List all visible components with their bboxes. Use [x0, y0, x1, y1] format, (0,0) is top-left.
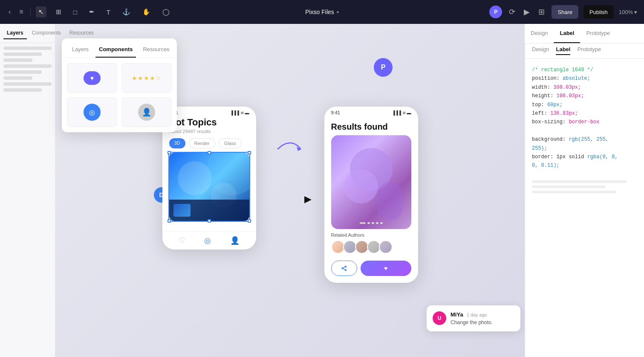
cursor-icon: ▶ [304, 194, 312, 205]
component-stars[interactable]: ★★★★☆ [121, 63, 172, 93]
zoom-chevron: ▾ [634, 9, 637, 15]
left-sidebar: Layers Components Resources [0, 24, 55, 357]
dot-2 [367, 222, 370, 224]
sidebar-tab-layers[interactable]: Layers [3, 27, 27, 39]
layer-item[interactable] [3, 88, 42, 92]
layer-item[interactable] [3, 70, 42, 74]
floating-tab-components[interactable]: Components [95, 44, 136, 58]
zoom-indicator[interactable]: 100% ▾ [619, 9, 637, 15]
user-p-avatar: P [374, 58, 393, 77]
selection-handle-tm [208, 151, 211, 154]
layer-item[interactable] [3, 52, 42, 56]
related-authors-section: Related Authors [324, 232, 418, 257]
secondary-tab-design[interactable]: Design [532, 44, 549, 55]
phone-mockup-2: 9:41 ▐▐▐ ≋ ▬ Results found [324, 107, 418, 283]
code-top: top: 60px; [532, 101, 637, 109]
shape-tool[interactable]: □ [71, 7, 80, 17]
comment-header: MiYa 1 day ago [451, 311, 514, 318]
right-panel-secondary-tabs: Design Label Prototype [525, 41, 644, 59]
layer-item[interactable] [3, 64, 52, 68]
author-1 [331, 240, 345, 254]
purple-shape-2 [344, 169, 378, 203]
author-4 [367, 240, 381, 254]
hand-tool[interactable]: ✋ [140, 6, 153, 17]
settings-icon[interactable]: ⊞ [537, 6, 546, 18]
pagination-dots [360, 221, 383, 226]
sidebar-tab-components[interactable]: Components [29, 27, 64, 39]
selection-handle-bm [208, 219, 211, 223]
author-2 [343, 240, 357, 254]
nav-heart[interactable]: ♡ [179, 236, 185, 245]
author-5 [379, 240, 393, 254]
comment-content: MiYa 1 day ago Change the photo. [451, 311, 514, 325]
secondary-tab-label[interactable]: Label [556, 44, 570, 55]
comment-text: Change the photo. [451, 319, 514, 325]
header-tab-design[interactable]: Design [525, 24, 554, 43]
share-action-btn[interactable] [331, 261, 357, 276]
anchor-tool[interactable]: ⚓ [120, 6, 133, 17]
author-avatars [331, 240, 411, 254]
phone-connector [273, 132, 307, 166]
header-tab-prototype[interactable]: Prototype [580, 24, 616, 43]
phone1-dark-bar [169, 200, 249, 221]
phone1-bottom-nav: ♡ ◎ 👤 [162, 231, 256, 250]
component-compass[interactable]: ◎ [67, 97, 117, 127]
author-3 [355, 240, 369, 254]
header-tab-label[interactable]: Label [554, 24, 580, 43]
user-avatar: P [489, 6, 502, 18]
selection-handle-tl [167, 151, 171, 154]
code-background: background: rgb(255, 255, [532, 135, 637, 144]
layer-line-3 [532, 191, 616, 193]
select-tool[interactable]: ↖ [36, 6, 46, 17]
dot-1 [360, 222, 366, 224]
phone2-image-wrapper [324, 135, 418, 229]
text-tool[interactable]: T [104, 7, 113, 17]
layer-item[interactable] [3, 76, 32, 80]
filter-render[interactable]: Render [189, 138, 215, 148]
layer-line-1 [532, 180, 627, 183]
sidebar-tab-resources[interactable]: Resources [66, 27, 97, 39]
right-panel: Design Design Label Prototype /* rectang… [525, 24, 644, 357]
file-chevron-icon[interactable]: ▾ [337, 10, 339, 15]
phone2-actions: ♥ [324, 257, 418, 283]
file-name[interactable]: Pixso Files [305, 9, 334, 15]
filter-3d[interactable]: 3D [169, 138, 185, 148]
purple-shape-3 [377, 182, 403, 221]
selection-handle-tr [248, 151, 251, 154]
component-avatar[interactable]: 👤 [121, 97, 172, 127]
layer-item[interactable] [3, 58, 32, 62]
play-icon[interactable]: ▶ [522, 6, 531, 18]
share-button[interactable]: Share [552, 5, 578, 19]
phone1-content: Hot Topics About 29487 results 3D Render… [162, 117, 256, 231]
comment-avatar-initial: U [438, 315, 442, 321]
secondary-tab-prototype[interactable]: Prototype [577, 44, 601, 55]
layer-item[interactable] [3, 82, 52, 86]
pen-tool[interactable]: ✒ [87, 6, 97, 17]
nav-user[interactable]: 👤 [230, 236, 240, 245]
comment-card: U MiYa 1 day ago Change the photo. [427, 305, 520, 331]
plugin-icon[interactable]: ⟳ [507, 6, 517, 18]
phone-time-2: 9:41 [331, 110, 340, 115]
dot-4 [376, 222, 378, 224]
dot-5 [380, 222, 383, 224]
publish-button[interactable]: Publish [583, 5, 614, 19]
like-action-btn[interactable]: ♥ [361, 261, 411, 276]
component-heart-btn[interactable]: ♥ [67, 63, 117, 93]
zoom-value: 100% [619, 9, 633, 15]
back-icon[interactable]: ‹ [7, 6, 12, 17]
phones-container: D 9:41 ▐▐▐ ≋ ▬ Hot Topics About 29487 re… [162, 107, 418, 283]
phone-signal-1: ▐▐▐ ≋ ▬ [230, 110, 249, 115]
filter-glass[interactable]: Glass [219, 138, 242, 148]
menu-icon[interactable]: ≡ [17, 6, 25, 17]
right-panel-layers [525, 177, 644, 197]
selection-handle-br [248, 219, 251, 223]
comment-tool[interactable]: ◯ [160, 6, 172, 17]
heart-button-component: ♥ [84, 71, 101, 85]
code-width: width: 108.03px; [532, 83, 637, 92]
frame-tool[interactable]: ⊞ [53, 6, 64, 17]
floating-tab-layers[interactable]: Layers [69, 44, 92, 58]
phone1-image [169, 153, 249, 221]
floating-tab-resources[interactable]: Resources [139, 44, 173, 58]
nav-compass[interactable]: ◎ [204, 236, 211, 245]
layer-item[interactable] [3, 46, 52, 50]
